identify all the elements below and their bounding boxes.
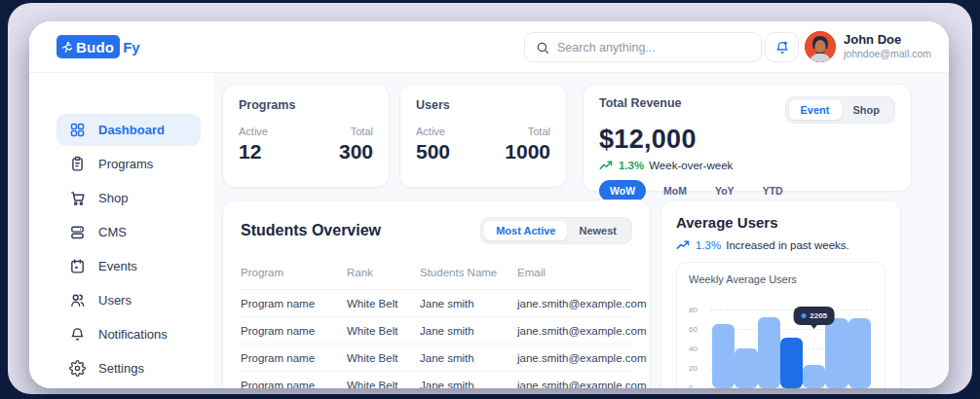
total-label: Total	[339, 126, 373, 137]
period-ytd[interactable]: YTD	[752, 180, 794, 201]
period-wow[interactable]: WoW	[599, 180, 646, 201]
profile-menu[interactable]: John Doe johndoe@mail.com	[805, 31, 931, 62]
bar[interactable]	[780, 338, 803, 388]
students-overview-card: Students Overview Most ActiveNewest Prog…	[222, 200, 651, 388]
sidebar-item-dashboard[interactable]: Dashboard	[57, 114, 201, 146]
total-label: Total	[505, 126, 550, 137]
cell-rank: White Belt	[347, 325, 420, 337]
period-mom[interactable]: MoM	[653, 180, 697, 201]
y-axis-tick: 0	[689, 383, 693, 388]
cell-rank: White Belt	[347, 298, 420, 309]
bars-area: 2205	[712, 307, 871, 388]
tab-newest[interactable]: Newest	[567, 221, 628, 240]
sidebar-item-notifications[interactable]: Notifications	[57, 318, 201, 350]
clipboard-icon	[69, 156, 86, 172]
gear-icon	[69, 360, 86, 377]
y-axis-tick: 80	[689, 306, 697, 314]
y-axis-tick: 60	[689, 325, 697, 334]
tooltip-series-dot	[801, 313, 806, 318]
sidebar-item-users[interactable]: Users	[57, 284, 201, 316]
active-label: Active	[416, 126, 450, 137]
logo-text-fy: Fy	[123, 39, 140, 55]
students-filter-tabs: Most ActiveNewest	[480, 217, 632, 244]
active-value: 12	[239, 140, 268, 163]
main-content: Programs Active 12 Total 300 Users	[214, 73, 949, 388]
avatar	[805, 31, 836, 62]
cell-email: jane.smith@example.com	[517, 380, 646, 389]
sidebar-item-cms[interactable]: CMS	[57, 216, 201, 248]
sidebar-item-programs[interactable]: Programs	[57, 148, 201, 180]
y-axis-tick: 40	[689, 345, 697, 353]
period-yoy[interactable]: YoY	[704, 180, 745, 201]
sidebar: DashboardProgramsShopCMSEventsUsersNotif…	[29, 73, 214, 388]
bar[interactable]	[848, 318, 871, 388]
total-revenue-card: Total Revenue EventShop $12,000 1.3% Wee…	[583, 84, 912, 192]
bar[interactable]	[825, 318, 848, 388]
sidebar-item-label: Programs	[98, 157, 153, 171]
card-title: Users	[416, 98, 550, 112]
column-header-program: Program	[241, 267, 347, 278]
card-title: Programs	[239, 98, 373, 112]
toggle-shop[interactable]: Shop	[842, 100, 892, 120]
app-window: Budo Fy John Doe	[29, 21, 949, 388]
search-input[interactable]	[557, 41, 750, 54]
bar[interactable]	[758, 317, 780, 388]
sidebar-item-settings[interactable]: Settings	[57, 352, 201, 384]
notifications-button[interactable]	[765, 32, 799, 62]
column-header-rank: Rank	[347, 267, 420, 278]
tab-most-active[interactable]: Most Active	[484, 221, 567, 240]
sidebar-item-events[interactable]: Events	[57, 250, 201, 282]
trend-up-icon	[599, 160, 614, 171]
cell-name: Jane smith	[420, 352, 517, 364]
avg-trend-pct: 1.3%	[696, 239, 721, 251]
event-shop-toggle: EventShop	[785, 96, 895, 124]
toggle-event[interactable]: Event	[789, 100, 842, 120]
revenue-trend-pct: 1.3%	[619, 160, 644, 171]
table-row: Program nameWhite BeltJane smithjane.smi…	[241, 316, 632, 344]
martial-artist-icon	[60, 41, 73, 54]
sidebar-item-shop[interactable]: Shop	[57, 182, 201, 214]
bar[interactable]	[712, 324, 735, 388]
cell-name: Jane smith	[420, 298, 517, 309]
tooltip-value: 2205	[810, 311, 827, 320]
period-filter: WoWMoMYoYYTD	[599, 180, 895, 201]
bar[interactable]	[735, 348, 757, 388]
search-icon	[536, 41, 549, 54]
active-value: 500	[416, 140, 450, 163]
total-value: 1000	[505, 140, 550, 163]
bar[interactable]	[803, 365, 825, 388]
sidebar-item-label: CMS	[98, 225, 127, 239]
students-table: ProgramRankStudents NameEmail Program na…	[241, 256, 632, 388]
cell-rank: White Belt	[347, 380, 420, 389]
card-title: Total Revenue	[599, 96, 682, 110]
sidebar-item-label: Dashboard	[98, 123, 165, 137]
cell-name: Jane smith	[420, 380, 517, 389]
revenue-trend-label: Week-over-week	[649, 160, 733, 171]
dashboard-grid-icon	[69, 122, 86, 138]
cell-program: Program name	[241, 380, 347, 389]
y-axis-tick: 20	[689, 364, 697, 373]
table-body: Program nameWhite BeltJane smithjane.smi…	[241, 289, 632, 388]
user-email: johndoe@mail.com	[844, 48, 931, 61]
cell-email: jane.smith@example.com	[517, 325, 646, 337]
chart-title: Weekly Average Users	[689, 273, 873, 285]
cell-name: Jane smith	[420, 325, 517, 337]
cell-rank: White Belt	[347, 352, 420, 364]
table-header-row: ProgramRankStudents NameEmail	[241, 256, 632, 289]
cell-email: jane.smith@example.com	[517, 352, 646, 364]
cms-icon	[69, 224, 86, 240]
cell-program: Program name	[241, 298, 347, 309]
bell-icon	[774, 40, 790, 55]
table-row: Program nameWhite BeltJane smithjane.smi…	[241, 344, 632, 371]
app-logo[interactable]: Budo Fy	[57, 35, 140, 58]
bar-chart: 0204060802205	[689, 307, 873, 388]
section-title: Average Users	[676, 214, 886, 231]
bell-icon	[69, 326, 86, 343]
table-row: Program nameWhite BeltJane smithjane.smi…	[241, 371, 632, 388]
sidebar-item-label: Events	[98, 259, 137, 273]
users-icon	[69, 292, 86, 308]
average-users-card: Average Users 1.3% Increased in past wee…	[660, 200, 901, 388]
logo-text-budo: Budo	[76, 39, 114, 55]
column-header-students-name: Students Name	[420, 267, 517, 278]
users-stat-card: Users Active 500 Total 1000	[399, 84, 567, 188]
